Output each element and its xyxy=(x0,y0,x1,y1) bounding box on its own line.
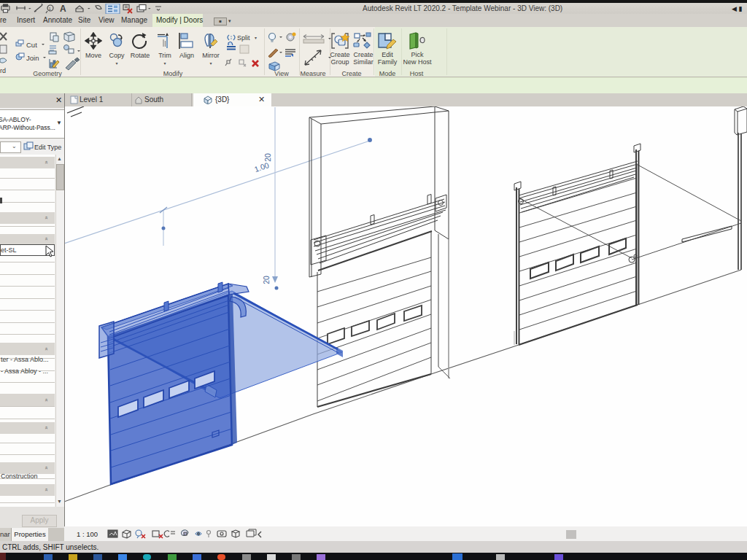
svg-text:Join: Join xyxy=(26,54,39,62)
svg-text:1: 1 xyxy=(49,7,52,11)
svg-text:20: 20 xyxy=(263,153,272,162)
svg-text:1.00: 1.00 xyxy=(253,160,270,174)
svg-text:rd: rd xyxy=(0,67,6,74)
svg-text:20: 20 xyxy=(262,276,271,284)
svg-text:Cut: Cut xyxy=(26,41,37,49)
svg-text:A: A xyxy=(60,4,66,14)
